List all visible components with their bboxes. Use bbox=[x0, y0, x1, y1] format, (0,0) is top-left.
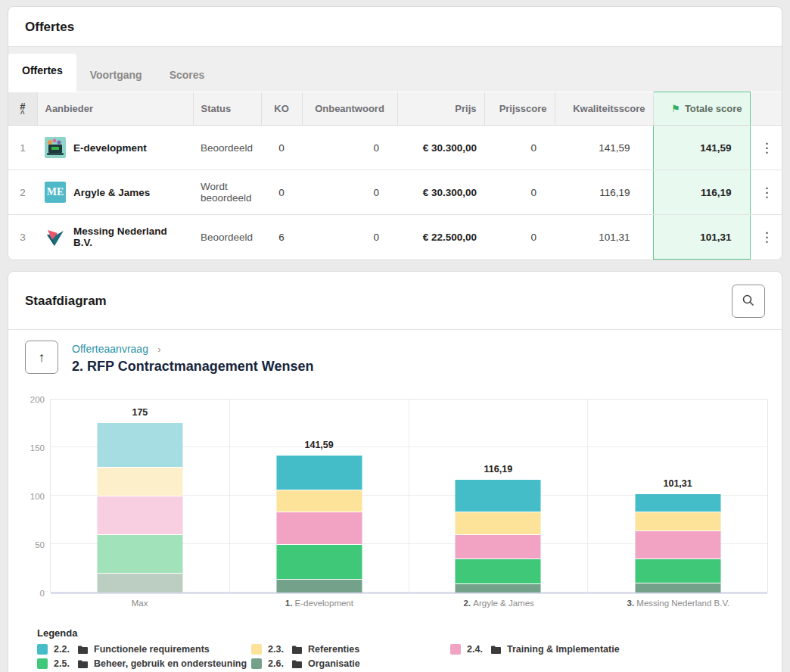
sort-asc-icon: ^ bbox=[16, 112, 30, 116]
column-header-actions bbox=[750, 92, 782, 126]
navigate-up-button[interactable]: ↑ bbox=[25, 341, 58, 374]
legend-label: Referenties bbox=[308, 644, 359, 655]
table-row-messing-nederland[interactable]: 3 Messing Nederland B.V. Beoordeeld 6 0 … bbox=[8, 215, 782, 260]
column-header-kwaliteitsscore[interactable]: Kwaliteitsscore bbox=[555, 92, 653, 126]
legend-swatch bbox=[251, 644, 262, 655]
row-menu-kebab-icon[interactable]: ⋮ bbox=[760, 186, 773, 199]
kwaliteitsscore-cell: 116,19 bbox=[555, 170, 653, 215]
folder-icon bbox=[292, 646, 302, 654]
stacked-bar bbox=[456, 480, 541, 593]
rank-cell: 3 bbox=[8, 215, 37, 260]
tab-offertes[interactable]: Offertes bbox=[8, 54, 76, 92]
legend-label: Beheer, gebruik en ondersteuning bbox=[94, 658, 247, 669]
table-row-e-development[interactable]: 1 E-development Beoordeeld 0 0 € 30.300,… bbox=[8, 126, 782, 170]
folder-icon bbox=[78, 660, 88, 668]
y-axis-tick-label: 150 bbox=[11, 443, 45, 453]
bar-segment-25 bbox=[97, 534, 182, 573]
vendor-name: Argyle & James bbox=[73, 187, 150, 198]
prijs-cell: € 22.500,00 bbox=[397, 215, 484, 260]
staafdiagram-card: Staafdiagram ↑ Offerteaanvraag › 2. RFP … bbox=[8, 271, 782, 672]
y-axis-tick-label: 50 bbox=[11, 540, 45, 549]
folder-icon bbox=[78, 646, 88, 654]
vendor-name: E-development bbox=[73, 142, 147, 154]
legend-number: 2.5. bbox=[54, 658, 72, 669]
column-header-prijs[interactable]: Prijs bbox=[397, 92, 484, 126]
offers-card-header: Offertes bbox=[8, 7, 782, 46]
legend-number: 2.4. bbox=[467, 644, 485, 655]
prijsscore-cell: 0 bbox=[484, 126, 555, 170]
column-header-status[interactable]: Status bbox=[193, 92, 261, 126]
prijsscore-cell: 0 bbox=[484, 215, 555, 260]
bar-segment-26 bbox=[276, 579, 362, 593]
ko-cell: 6 bbox=[261, 215, 302, 260]
legend-item-23: 2.3.Referenties bbox=[251, 644, 450, 655]
totale-score-cell: 116,19 bbox=[653, 170, 750, 215]
vendor-cell: ME Argyle & James bbox=[37, 170, 193, 215]
vendor-cell: Messing Nederland B.V. bbox=[37, 215, 193, 260]
bar-segment-23 bbox=[456, 512, 541, 534]
offers-table: # ^ Aanbieder Status KO Onbeantwoord Pri… bbox=[8, 92, 782, 260]
legend-number: 2.2. bbox=[54, 644, 72, 655]
column-header-rank[interactable]: # ^ bbox=[8, 92, 37, 126]
legend-swatch bbox=[450, 644, 461, 655]
bar-segment-24 bbox=[635, 530, 720, 558]
stacked-bar bbox=[276, 456, 362, 593]
bar-segment-25 bbox=[276, 544, 362, 579]
prijsscore-cell: 0 bbox=[484, 170, 555, 215]
column-header-ko[interactable]: KO bbox=[261, 92, 302, 126]
legend-label: Functionele requirements bbox=[94, 644, 210, 655]
search-icon bbox=[742, 294, 755, 310]
offers-table-header-row: # ^ Aanbieder Status KO Onbeantwoord Pri… bbox=[8, 92, 782, 126]
column-header-aanbieder[interactable]: Aanbieder bbox=[37, 92, 193, 126]
row-menu-kebab-icon[interactable]: ⋮ bbox=[760, 231, 773, 244]
chart-legend: Legenda 2.2.Functionele requirements2.3.… bbox=[37, 627, 768, 669]
bar-segment-22 bbox=[635, 494, 720, 511]
ko-cell: 0 bbox=[261, 126, 302, 170]
bar-total-label: 116,19 bbox=[484, 464, 513, 474]
offers-card: Offertes Offertes Voortgang Scores # ^ A… bbox=[8, 6, 782, 260]
chart-category-column: 141,59 bbox=[230, 400, 409, 593]
x-axis-category-label: Max bbox=[50, 599, 229, 608]
tab-scores[interactable]: Scores bbox=[156, 58, 219, 92]
chart-category-column: 116,19 bbox=[409, 400, 589, 593]
folder-icon bbox=[491, 646, 501, 654]
offers-tab-strip: Offertes Voortgang Scores bbox=[8, 46, 782, 92]
column-header-totale-score[interactable]: ⚑Totale score bbox=[653, 92, 750, 126]
zoom-search-button[interactable] bbox=[732, 285, 765, 318]
chart-section-heading: 2. RFP Contractmanagement Wensen bbox=[72, 359, 313, 375]
kwaliteitsscore-cell: 141,59 bbox=[555, 126, 653, 170]
legend-swatch bbox=[37, 644, 48, 655]
column-header-onbeantwoord[interactable]: Onbeantwoord bbox=[302, 92, 397, 126]
kwaliteitsscore-cell: 101,31 bbox=[555, 215, 653, 260]
bar-segment-23 bbox=[97, 467, 182, 496]
legend-swatch bbox=[251, 658, 262, 669]
x-axis-category-label: 2. Argyle & James bbox=[409, 599, 589, 608]
bar-segment-24 bbox=[276, 512, 362, 545]
tab-voortgang[interactable]: Voortgang bbox=[76, 58, 156, 92]
row-menu-kebab-icon[interactable]: ⋮ bbox=[760, 142, 773, 154]
actions-cell: ⋮ bbox=[750, 215, 782, 260]
bar-segment-24 bbox=[97, 496, 182, 534]
column-header-prijsscore[interactable]: Prijsscore bbox=[484, 92, 555, 126]
legend-label: Organisatie bbox=[308, 658, 360, 669]
flag-icon: ⚑ bbox=[671, 103, 680, 114]
x-axis-category-label: 1. E-development bbox=[229, 599, 409, 608]
legend-item-24: 2.4.Training & Implementatie bbox=[450, 644, 768, 655]
bar-segment-22 bbox=[97, 423, 182, 467]
legend-label: Training & Implementatie bbox=[507, 644, 620, 655]
chart-category-column: 175 bbox=[51, 400, 230, 593]
x-axis-labels: Max1. E-development2. Argyle & James3. M… bbox=[50, 599, 768, 608]
rank-cell: 2 bbox=[8, 170, 37, 215]
bar-segment-26 bbox=[456, 583, 541, 593]
stacked-bar bbox=[97, 423, 182, 593]
legend-item-26: 2.6.Organisatie bbox=[251, 658, 450, 669]
actions-cell: ⋮ bbox=[750, 126, 782, 170]
actions-cell: ⋮ bbox=[750, 170, 782, 215]
table-row-argyle-james[interactable]: 2 ME Argyle & James Wordt beoordeeld 0 0… bbox=[8, 170, 782, 215]
argyle-james-logo: ME bbox=[45, 182, 66, 203]
bar-total-label: 141,59 bbox=[305, 440, 334, 450]
status-cell: Wordt beoordeeld bbox=[193, 170, 261, 215]
onbeantwoord-cell: 0 bbox=[302, 215, 397, 260]
stacked-bar-chart: 050100150200175141,59116,19101,31 bbox=[50, 399, 768, 593]
breadcrumb-offerteaanvraag[interactable]: Offerteaanvraag bbox=[72, 343, 148, 355]
